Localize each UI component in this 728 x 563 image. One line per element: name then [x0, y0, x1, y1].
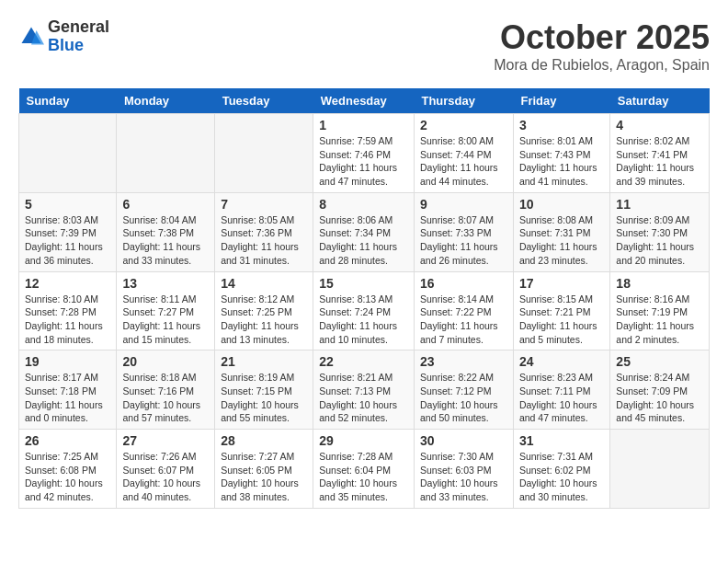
calendar-cell: 12Sunrise: 8:10 AM Sunset: 7:28 PM Dayli… [19, 271, 117, 350]
logo-blue: Blue [48, 37, 109, 55]
day-info: Sunrise: 8:17 AM Sunset: 7:18 PM Dayligh… [25, 371, 110, 425]
day-number: 7 [221, 197, 307, 212]
day-info: Sunrise: 8:18 AM Sunset: 7:16 PM Dayligh… [122, 371, 209, 425]
logo-text: General Blue [48, 18, 109, 55]
day-number: 30 [420, 433, 507, 448]
calendar-cell: 23Sunrise: 8:22 AM Sunset: 7:12 PM Dayli… [414, 350, 513, 430]
calendar-header-row: SundayMondayTuesdayWednesdayThursdayFrid… [19, 88, 710, 114]
calendar-week-4: 19Sunrise: 8:17 AM Sunset: 7:18 PM Dayli… [19, 350, 710, 430]
column-header-sunday: Sunday [19, 88, 117, 114]
day-info: Sunrise: 8:00 AM Sunset: 7:44 PM Dayligh… [420, 134, 507, 189]
day-info: Sunrise: 7:59 AM Sunset: 7:46 PM Dayligh… [319, 134, 408, 189]
calendar-cell: 8Sunrise: 8:06 AM Sunset: 7:34 PM Daylig… [313, 192, 415, 271]
calendar-table: SundayMondayTuesdayWednesdayThursdayFrid… [18, 88, 710, 509]
day-number: 14 [221, 276, 307, 291]
day-info: Sunrise: 8:23 AM Sunset: 7:11 PM Dayligh… [519, 371, 604, 425]
day-number: 10 [519, 197, 604, 212]
day-number: 16 [420, 276, 507, 291]
day-number: 11 [616, 197, 703, 212]
calendar-cell [610, 430, 710, 509]
day-number: 17 [519, 276, 604, 291]
day-number: 21 [221, 354, 307, 369]
day-number: 31 [519, 433, 604, 448]
calendar-cell: 5Sunrise: 8:03 AM Sunset: 7:39 PM Daylig… [19, 192, 117, 271]
logo-icon [18, 24, 44, 50]
logo: General Blue [18, 18, 109, 55]
calendar-cell: 10Sunrise: 8:08 AM Sunset: 7:31 PM Dayli… [513, 192, 609, 271]
day-number: 29 [319, 433, 408, 448]
column-header-saturday: Saturday [610, 88, 710, 114]
calendar-week-3: 12Sunrise: 8:10 AM Sunset: 7:28 PM Dayli… [19, 271, 710, 350]
calendar-cell: 24Sunrise: 8:23 AM Sunset: 7:11 PM Dayli… [513, 350, 609, 430]
logo-general: General [48, 18, 109, 37]
calendar-week-1: 1Sunrise: 7:59 AM Sunset: 7:46 PM Daylig… [19, 114, 710, 193]
day-number: 15 [319, 276, 408, 291]
day-number: 5 [25, 197, 110, 212]
day-number: 2 [420, 118, 507, 132]
day-info: Sunrise: 8:10 AM Sunset: 7:28 PM Dayligh… [25, 293, 110, 347]
column-header-thursday: Thursday [414, 88, 513, 114]
calendar-week-5: 26Sunrise: 7:25 AM Sunset: 6:08 PM Dayli… [19, 430, 710, 509]
day-info: Sunrise: 8:01 AM Sunset: 7:43 PM Dayligh… [519, 134, 604, 189]
day-number: 26 [25, 433, 110, 448]
day-number: 23 [420, 354, 507, 369]
day-info: Sunrise: 8:02 AM Sunset: 7:41 PM Dayligh… [616, 134, 703, 189]
day-info: Sunrise: 8:21 AM Sunset: 7:13 PM Dayligh… [319, 371, 408, 425]
day-number: 1 [319, 118, 408, 132]
day-info: Sunrise: 8:04 AM Sunset: 7:38 PM Dayligh… [122, 213, 209, 268]
day-number: 6 [122, 197, 209, 212]
day-number: 18 [616, 276, 703, 291]
title-area: October 2025 Mora de Rubielos, Aragon, S… [494, 18, 710, 74]
day-number: 4 [616, 118, 703, 132]
day-number: 9 [420, 197, 507, 212]
day-info: Sunrise: 8:07 AM Sunset: 7:33 PM Dayligh… [420, 213, 507, 268]
calendar-cell: 26Sunrise: 7:25 AM Sunset: 6:08 PM Dayli… [19, 430, 117, 509]
calendar-cell: 27Sunrise: 7:26 AM Sunset: 6:07 PM Dayli… [117, 430, 215, 509]
calendar-cell: 6Sunrise: 8:04 AM Sunset: 7:38 PM Daylig… [117, 192, 215, 271]
calendar-cell: 16Sunrise: 8:14 AM Sunset: 7:22 PM Dayli… [414, 271, 513, 350]
day-number: 8 [319, 197, 408, 212]
calendar-cell: 22Sunrise: 8:21 AM Sunset: 7:13 PM Dayli… [313, 350, 415, 430]
calendar-cell: 17Sunrise: 8:15 AM Sunset: 7:21 PM Dayli… [513, 271, 609, 350]
calendar-week-2: 5Sunrise: 8:03 AM Sunset: 7:39 PM Daylig… [19, 192, 710, 271]
calendar-cell: 4Sunrise: 8:02 AM Sunset: 7:41 PM Daylig… [610, 114, 710, 193]
calendar-cell: 14Sunrise: 8:12 AM Sunset: 7:25 PM Dayli… [215, 271, 313, 350]
day-number: 28 [221, 433, 307, 448]
calendar-cell: 18Sunrise: 8:16 AM Sunset: 7:19 PM Dayli… [610, 271, 710, 350]
day-number: 24 [519, 354, 604, 369]
calendar-cell: 21Sunrise: 8:19 AM Sunset: 7:15 PM Dayli… [215, 350, 313, 430]
day-info: Sunrise: 7:30 AM Sunset: 6:03 PM Dayligh… [420, 450, 507, 504]
day-number: 22 [319, 354, 408, 369]
calendar-cell: 20Sunrise: 8:18 AM Sunset: 7:16 PM Dayli… [117, 350, 215, 430]
day-number: 27 [122, 433, 209, 448]
day-number: 20 [122, 354, 209, 369]
column-header-friday: Friday [513, 88, 609, 114]
day-info: Sunrise: 8:03 AM Sunset: 7:39 PM Dayligh… [25, 213, 110, 268]
day-info: Sunrise: 8:13 AM Sunset: 7:24 PM Dayligh… [319, 293, 408, 347]
day-info: Sunrise: 8:19 AM Sunset: 7:15 PM Dayligh… [221, 371, 307, 425]
day-info: Sunrise: 7:27 AM Sunset: 6:05 PM Dayligh… [221, 450, 307, 504]
day-info: Sunrise: 8:06 AM Sunset: 7:34 PM Dayligh… [319, 213, 408, 268]
calendar-cell: 2Sunrise: 8:00 AM Sunset: 7:44 PM Daylig… [414, 114, 513, 193]
day-info: Sunrise: 8:22 AM Sunset: 7:12 PM Dayligh… [420, 371, 507, 425]
day-info: Sunrise: 7:25 AM Sunset: 6:08 PM Dayligh… [25, 450, 110, 504]
day-number: 25 [616, 354, 703, 369]
calendar-cell: 9Sunrise: 8:07 AM Sunset: 7:33 PM Daylig… [414, 192, 513, 271]
day-info: Sunrise: 8:24 AM Sunset: 7:09 PM Dayligh… [616, 371, 703, 425]
calendar-cell [19, 114, 117, 193]
day-info: Sunrise: 8:08 AM Sunset: 7:31 PM Dayligh… [519, 213, 604, 268]
calendar-cell: 15Sunrise: 8:13 AM Sunset: 7:24 PM Dayli… [313, 271, 415, 350]
day-info: Sunrise: 8:15 AM Sunset: 7:21 PM Dayligh… [519, 293, 604, 347]
calendar-cell: 25Sunrise: 8:24 AM Sunset: 7:09 PM Dayli… [610, 350, 710, 430]
page-header: General Blue October 2025 Mora de Rubiel… [18, 18, 710, 74]
column-header-monday: Monday [117, 88, 215, 114]
calendar-cell: 3Sunrise: 8:01 AM Sunset: 7:43 PM Daylig… [513, 114, 609, 193]
day-info: Sunrise: 7:31 AM Sunset: 6:02 PM Dayligh… [519, 450, 604, 504]
day-info: Sunrise: 8:05 AM Sunset: 7:36 PM Dayligh… [221, 213, 307, 268]
day-info: Sunrise: 7:26 AM Sunset: 6:07 PM Dayligh… [122, 450, 209, 504]
month-title: October 2025 [494, 18, 710, 57]
day-info: Sunrise: 7:28 AM Sunset: 6:04 PM Dayligh… [319, 450, 408, 504]
day-info: Sunrise: 8:09 AM Sunset: 7:30 PM Dayligh… [616, 213, 703, 268]
day-info: Sunrise: 8:14 AM Sunset: 7:22 PM Dayligh… [420, 293, 507, 347]
calendar-cell: 13Sunrise: 8:11 AM Sunset: 7:27 PM Dayli… [117, 271, 215, 350]
